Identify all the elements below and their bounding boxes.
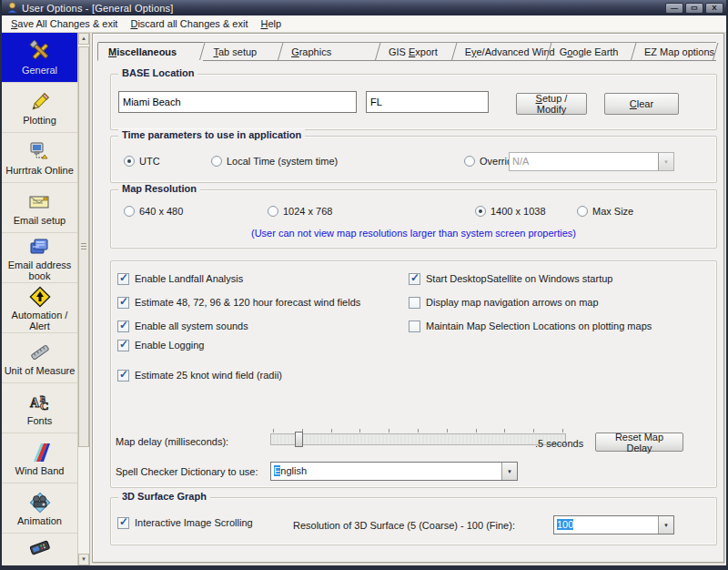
- checkbox-display-map-navigation-arrows[interactable]: Display map navigation arrows on map: [409, 297, 599, 309]
- wind-band-icon: [28, 441, 52, 464]
- reset-map-delay-button[interactable]: Reset Map Delay: [595, 433, 683, 452]
- checkbox-enable-system-sounds[interactable]: Enable all system sounds: [117, 321, 248, 332]
- sidebar-item-fonts[interactable]: A B C Fonts: [2, 383, 77, 433]
- scroll-up-arrow-icon[interactable]: ▲: [78, 33, 89, 45]
- city-field[interactable]: [118, 91, 357, 113]
- tab-google-earth[interactable]: Google Earth: [550, 42, 634, 61]
- tab-gis-export[interactable]: GIS Export: [379, 42, 455, 61]
- radio-dot: [211, 156, 222, 167]
- checkbox-box: [409, 297, 420, 309]
- projector-icon: [28, 491, 52, 514]
- chevron-down-icon[interactable]: ▼: [658, 153, 673, 170]
- checkbox-maintain-map-selection-locations[interactable]: Maintain Map Selection Locations on plot…: [409, 321, 652, 332]
- checkbox-box: [409, 321, 420, 332]
- tools-icon: [28, 40, 52, 64]
- sidebar-item-label: Fonts: [27, 415, 53, 426]
- tab-ez-map-options[interactable]: EZ Map options: [634, 42, 716, 61]
- checkbox-enable-landfall-analysis[interactable]: Enable Landfall Analysis: [117, 273, 243, 285]
- checkbox-enable-logging[interactable]: Enable Logging: [117, 340, 204, 351]
- sidebar-item-wind-band[interactable]: Wind Band: [2, 433, 77, 483]
- sidebar-item-email-address-book[interactable]: Email address book: [2, 233, 77, 283]
- radio-1024x768[interactable]: 1024 x 768: [268, 206, 332, 217]
- chevron-down-icon[interactable]: ▼: [501, 463, 517, 480]
- radio-utc[interactable]: UTC: [124, 156, 160, 167]
- minimize-button[interactable]: —: [665, 3, 683, 14]
- sidebar-item-unit-of-measure[interactable]: Unit of Measure: [2, 333, 77, 383]
- tab-eye-advanced-wind[interactable]: Eye/Advanced Wind: [455, 42, 550, 61]
- scrollbar-thumb[interactable]: [78, 46, 89, 447]
- computer-icon: [28, 140, 52, 164]
- radio-max-size[interactable]: Max Size: [577, 206, 633, 217]
- sidebar-scrollbar: ▲ ▼: [78, 33, 90, 565]
- checkbox-box: [117, 321, 129, 332]
- surface-resolution-dropdown[interactable]: 100 ▼: [553, 515, 674, 534]
- tab-graphics[interactable]: Graphics: [281, 42, 379, 61]
- scroll-down-arrow-icon[interactable]: ▼: [78, 554, 89, 565]
- group-label: 3D Surface Graph: [118, 491, 210, 502]
- group-label: BASE Location: [118, 67, 197, 78]
- map-delay-value: .5 seconds: [535, 438, 583, 449]
- person-icon: [6, 2, 18, 14]
- radio-1400x1038[interactable]: 1400 x 1038: [475, 206, 546, 217]
- checkbox-interactive-image-scrolling[interactable]: Interactive Image Scrolling: [117, 517, 253, 529]
- sidebar-item-hurrtrak-online[interactable]: Hurrtrak Online: [2, 133, 77, 183]
- override-dropdown[interactable]: N/A ▼: [509, 152, 674, 171]
- pencil-icon: [28, 90, 52, 114]
- alert-sign-icon: [28, 285, 52, 309]
- menu-save-all-changes[interactable]: Save All Changes & exit: [5, 16, 124, 31]
- group-3d-surface-graph: 3D Surface Graph Interactive Image Scrol…: [110, 497, 717, 545]
- sidebar-item-label: Unit of Measure: [5, 365, 76, 376]
- sidebar-item-email-setup[interactable]: Email setup: [2, 183, 77, 233]
- menu-help[interactable]: Help: [254, 16, 288, 31]
- radio-dot: [475, 206, 486, 217]
- window-title: User Options - [General Options]: [22, 3, 665, 14]
- svg-text:C: C: [40, 399, 48, 412]
- setup-modify-button[interactable]: Setup / Modify: [516, 93, 587, 115]
- svg-text:A: A: [30, 396, 40, 410]
- sidebar-item-general[interactable]: General: [2, 33, 77, 83]
- radio-dot: [577, 206, 588, 217]
- chevron-down-icon[interactable]: ▼: [658, 516, 673, 534]
- tab-strip: Miscellaneous Tab setup Graphics GIS Exp…: [97, 42, 716, 61]
- sidebar-item-partial[interactable]: [2, 534, 77, 559]
- group-base-location: BASE Location Setup / Modify Clear: [110, 74, 717, 130]
- map-delay-slider-track[interactable]: [270, 433, 566, 445]
- radio-dot: [268, 206, 278, 217]
- group-map-resolution: Map Resolution 640 x 480 1024 x 768 1400…: [110, 189, 717, 249]
- sidebar: General Plotting: [2, 33, 78, 565]
- sidebar-item-plotting[interactable]: Plotting: [2, 83, 77, 133]
- tab-tab-setup[interactable]: Tab setup: [203, 42, 281, 61]
- checkbox-start-desktopsatellite[interactable]: Start DesktopSatellite on Windows startu…: [409, 273, 612, 285]
- ruler-icon: [28, 341, 52, 364]
- sidebar-item-animation[interactable]: Animation: [2, 483, 77, 534]
- close-button[interactable]: X: [705, 3, 723, 14]
- sidebar-item-label: Hurrtrak Online: [5, 165, 74, 176]
- group-time-parameters: Time parameters to use in application UT…: [110, 136, 717, 183]
- envelope-icon: [28, 190, 52, 214]
- radio-640x480[interactable]: 640 x 480: [124, 206, 183, 217]
- radio-dot: [124, 156, 135, 167]
- map-delay-label: Map delay (milliseconds):: [116, 436, 228, 447]
- menu-discard-all-changes[interactable]: Discard all Changes & exit: [124, 16, 254, 31]
- spell-checker-dropdown[interactable]: English ▼: [270, 462, 518, 481]
- group-label: Map Resolution: [118, 183, 200, 194]
- maximize-button[interactable]: ▭: [685, 3, 703, 14]
- checkbox-box: [117, 273, 129, 285]
- abc-letters-icon: A B C: [28, 391, 52, 414]
- checkbox-box: [117, 517, 129, 529]
- clear-button[interactable]: Clear: [604, 93, 679, 115]
- sidebar-item-label: Wind Band: [15, 465, 65, 476]
- state-field[interactable]: [366, 91, 489, 113]
- sidebar-item-label: Email setup: [14, 215, 66, 226]
- tab-miscellaneous[interactable]: Miscellaneous: [97, 42, 203, 61]
- map-delay-slider-thumb[interactable]: [295, 432, 303, 447]
- sidebar-item-label: General: [22, 65, 57, 76]
- scrollbar-track[interactable]: [78, 45, 89, 554]
- radio-local-time[interactable]: Local Time (system time): [211, 156, 338, 167]
- resolution-note: (User can not view map resolutions large…: [111, 228, 716, 239]
- checkbox-estimate-25-knot-wind-field[interactable]: Estimate 25 knot wind field (radii): [117, 370, 282, 382]
- checkbox-box: [117, 297, 129, 309]
- sidebar-item-label: Automation / Alert: [4, 310, 76, 331]
- checkbox-estimate-forecast-wind-fields[interactable]: Estimate 48, 72, 96 & 120 hour forecast …: [117, 297, 360, 309]
- sidebar-item-automation-alert[interactable]: Automation / Alert: [2, 283, 77, 333]
